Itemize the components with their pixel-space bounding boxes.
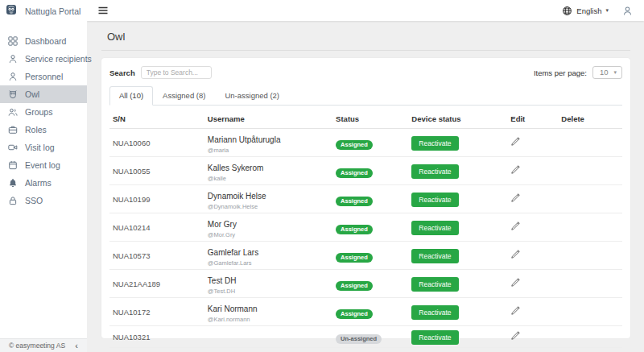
- edit-pencil-icon[interactable]: [510, 164, 521, 175]
- items-per-page-label: Items per page:: [534, 68, 587, 77]
- sn-cell: NUA10060: [109, 129, 204, 157]
- column-header-delete: Delete: [558, 109, 622, 129]
- table-row: NUA10060 Mariann Utpåturugla @maria Assi…: [109, 129, 622, 157]
- globe-icon: [562, 6, 572, 16]
- sidebar-item-personnel[interactable]: Personnel: [0, 68, 87, 85]
- sidebar-item-visit-log[interactable]: Visit log: [0, 139, 87, 156]
- user-icon[interactable]: [622, 6, 633, 16]
- chevron-down-icon: ▾: [613, 69, 617, 76]
- username-cell: Kari Normann @Kari.normann: [204, 298, 332, 326]
- owl-icon: [8, 89, 18, 99]
- reactivate-button[interactable]: Reactivate: [411, 164, 458, 179]
- language-selector[interactable]: English: [576, 6, 601, 15]
- reactivate-button[interactable]: Reactivate: [411, 330, 458, 345]
- sidebar-item-event-log[interactable]: Event log: [0, 156, 87, 174]
- edit-pencil-icon[interactable]: [510, 330, 521, 341]
- brand[interactable]: Nattugla Portal: [0, 0, 87, 23]
- edit-cell: [507, 213, 558, 242]
- items-per-page-value: 10: [600, 68, 609, 77]
- sidebar-item-sso[interactable]: SSO: [0, 192, 87, 209]
- sidebar-item-service-recipients[interactable]: Service recipients: [0, 50, 87, 68]
- edit-cell: [507, 157, 558, 185]
- briefcase-icon: [8, 125, 18, 135]
- status-badge: Assigned: [336, 140, 373, 151]
- owl-logo-icon: [6, 5, 20, 19]
- username-handle: @Dynamoik.Helse: [208, 203, 329, 210]
- edit-pencil-icon[interactable]: [510, 249, 521, 259]
- username-text: Kalles Sykerom: [208, 164, 263, 172]
- status-cell: Assigned: [332, 129, 408, 157]
- sidebar: Nattugla Portal Dashboard Service recipi…: [0, 0, 87, 352]
- edit-pencil-icon[interactable]: [510, 305, 521, 316]
- status-badge: Assigned: [336, 168, 373, 179]
- sidebar-item-label: Personnel: [25, 72, 63, 81]
- status-cell: Assigned: [332, 213, 408, 242]
- username-handle: @Mor.Gry: [208, 231, 329, 238]
- calendar-icon: [8, 160, 18, 170]
- username-handle: @Kari.normann: [208, 316, 329, 323]
- search-input[interactable]: [141, 66, 212, 79]
- sidebar-item-owl[interactable]: Owl: [0, 85, 87, 103]
- username-cell: [204, 326, 332, 348]
- sidebar-item-roles[interactable]: Roles: [0, 121, 87, 139]
- sidebar-item-label: Alarms: [25, 178, 52, 188]
- reactivate-button[interactable]: Reactivate: [411, 277, 458, 292]
- reactivate-button[interactable]: Reactivate: [411, 221, 458, 235]
- reactivate-button[interactable]: Reactivate: [411, 193, 458, 207]
- status-badge: Assigned: [336, 309, 373, 320]
- tab-assigned-8-[interactable]: Assigned (8): [153, 86, 215, 106]
- sn-cell: NUA10321: [109, 326, 204, 348]
- username-cell: Dynamoik Helse @Dynamoik.Helse: [204, 185, 332, 213]
- username-cell: [204, 348, 332, 352]
- edit-cell: [507, 348, 558, 352]
- page-title: Owl: [101, 27, 630, 51]
- delete-cell: [558, 270, 622, 298]
- tab-un-assigned-2-[interactable]: Un-assigned (2): [215, 86, 289, 106]
- sn-cell: NUA10172: [109, 298, 204, 326]
- delete-cell: [558, 326, 622, 348]
- reactivate-button[interactable]: Reactivate: [411, 136, 458, 151]
- main-area: English ▾ Owl Search Items per page:: [87, 0, 644, 352]
- edit-cell: [507, 129, 558, 157]
- video-icon: [8, 143, 18, 152]
- delete-cell: [558, 129, 622, 157]
- table-row: NUA21AA189 Test DH @Test.DH Assigned Rea…: [109, 270, 622, 298]
- owl-table: S/NUsernameStatusDevice statusEditDelete…: [109, 109, 622, 352]
- edit-pencil-icon[interactable]: [510, 221, 521, 231]
- username-text: Mariann Utpåturugla: [208, 135, 281, 144]
- status-badge: Assigned: [336, 253, 373, 263]
- username-cell: Mariann Utpåturugla @maria: [204, 129, 332, 157]
- sidebar-item-alarms[interactable]: Alarms: [0, 174, 87, 192]
- status-cell: Un-assigned: [332, 326, 408, 348]
- chevron-left-icon[interactable]: ‹: [75, 342, 78, 350]
- status-cell: Assigned: [332, 157, 408, 185]
- username-text: Gamlefar Lars: [208, 248, 258, 257]
- sidebar-item-dashboard[interactable]: Dashboard: [0, 32, 87, 50]
- status-cell: Assigned: [332, 242, 408, 270]
- delete-cell: [558, 213, 622, 242]
- edit-pencil-icon[interactable]: [510, 136, 521, 147]
- edit-pencil-icon[interactable]: [510, 193, 521, 203]
- sidebar-item-groups[interactable]: Groups: [0, 103, 87, 121]
- table-row: NUA10321 Un-assigned Reactivate: [109, 326, 622, 348]
- delete-cell: [558, 157, 622, 185]
- device-status-cell: Reactivate: [408, 157, 507, 185]
- lock-icon: [8, 196, 18, 205]
- tab-all-10-[interactable]: All (10): [109, 86, 153, 106]
- person-icon: [8, 54, 18, 64]
- sn-cell: NUA21AA189: [109, 270, 204, 298]
- search-group: Search: [109, 66, 212, 79]
- chevron-down-icon[interactable]: ▾: [605, 7, 609, 14]
- sidebar-nav: Dashboard Service recipients Personnel O…: [0, 32, 87, 209]
- topbar-right: English ▾: [562, 6, 633, 16]
- page-content: Owl Search Items per page: 10 ▾: [87, 21, 644, 338]
- items-per-page-select[interactable]: 10 ▾: [592, 66, 622, 79]
- reactivate-button[interactable]: Reactivate: [411, 305, 458, 320]
- reactivate-button[interactable]: Reactivate: [411, 249, 458, 263]
- device-status-cell: Reactivate: [408, 298, 507, 326]
- status-badge: Un-assigned: [336, 334, 382, 345]
- edit-pencil-icon[interactable]: [510, 277, 521, 288]
- username-text: Dynamoik Helse: [208, 192, 266, 201]
- status-cell: Assigned: [332, 298, 408, 326]
- hamburger-icon[interactable]: [97, 5, 109, 16]
